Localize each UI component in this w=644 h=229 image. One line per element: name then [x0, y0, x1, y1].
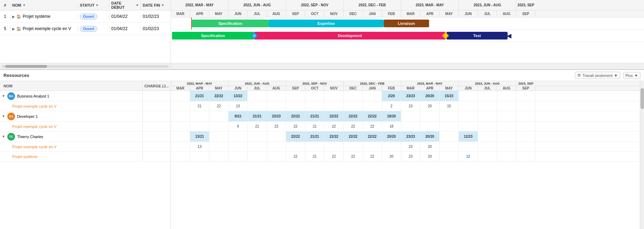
row1-statut: Ouvert	[78, 14, 110, 20]
bar-expertise-1[interactable]: Expertise	[269, 20, 384, 27]
month-dec22: DEC	[344, 10, 363, 17]
ba1-jun22: 13/22	[229, 91, 248, 101]
scrollbar-thumb[interactable]	[5, 65, 47, 68]
res-nom-header: NOM	[0, 81, 143, 91]
d1-jul22: 21/21	[248, 111, 267, 121]
ba1s-jun22: 13	[229, 101, 248, 111]
dev1-expand[interactable]: ▼	[2, 114, 5, 118]
vertical-scrollbar-thumb[interactable]	[641, 88, 644, 109]
plus-btn[interactable]: Plus ▼	[623, 72, 641, 79]
ba1s-dec22	[344, 101, 363, 111]
tc-mar23: 23/23	[401, 131, 420, 142]
d1-apr23	[420, 111, 440, 121]
project-row-1: 1 ▶ 🏠 Projet système Ouvert 01/04/22 01/…	[0, 10, 171, 23]
rmonth-mar22: MAR	[171, 86, 190, 91]
d1s-feb23: 18	[382, 122, 401, 131]
ba1-nov22	[324, 91, 344, 101]
d1s-jan23: 22	[363, 122, 382, 131]
res-dev1-data-row: 9/22 21/21 23/23 22/22 21/21 22/22 22/22…	[171, 111, 640, 122]
tcs1-may23	[440, 142, 459, 151]
horizontal-scrollbar[interactable]	[0, 63, 171, 69]
row2-nom[interactable]: ▶ 🏠 Projet exemple cycle en V	[10, 26, 78, 31]
tcs2-oct22: 21	[305, 152, 324, 161]
ba1-jul22	[248, 91, 267, 101]
col-num-header: #	[0, 3, 10, 7]
tcs2-jul23	[478, 152, 497, 161]
row2-expand-icon[interactable]: ▶	[12, 27, 15, 31]
nom-filter-icon[interactable]: ▼	[23, 3, 26, 7]
tc-jul22	[248, 131, 267, 142]
d1s-aug23	[497, 122, 516, 131]
res-thierry-name-cell: ▼ TC Thierry Charles	[0, 131, 143, 142]
d1-jun22: 9/22	[229, 111, 248, 121]
ba1s-may22: 22	[209, 101, 229, 111]
d1-feb23: 18/20	[382, 111, 401, 121]
month-jun22: JUN	[229, 10, 248, 17]
ba1s-apr23: 20	[420, 101, 440, 111]
scrollbar-track[interactable]	[2, 65, 169, 68]
bar-test-2[interactable]: Test	[447, 32, 508, 40]
resources-title: Ressources	[3, 73, 29, 78]
tc-aug23	[497, 131, 516, 142]
tcs2-jun23: 12	[459, 152, 478, 161]
month-jun23: JUN	[459, 10, 478, 17]
thierry-avatar: TC	[7, 133, 15, 141]
d1s-apr22	[190, 122, 209, 131]
bar-specification-2[interactable]: Specification	[172, 32, 254, 40]
month-oct22: OCT	[305, 10, 324, 17]
date-fin-filter-icon[interactable]: ▼	[161, 3, 164, 7]
ba1-sep22	[286, 91, 305, 101]
tc-sep22: 22/22	[286, 131, 305, 142]
row2-date-debut: 01/04/22	[110, 26, 141, 31]
ba1-expand[interactable]: ▼	[2, 94, 5, 98]
row2-date-fin: 01/02/23	[141, 26, 171, 31]
tc-sep23	[516, 131, 536, 142]
month-mar23: MAR	[401, 10, 420, 17]
rmonth-jun23: JUN	[459, 86, 478, 91]
month-aug22: AUG	[267, 10, 286, 17]
month-apr23: APR	[420, 10, 440, 17]
travail-seulement-btn[interactable]: ⚙ Travail seulement ▼	[575, 72, 620, 79]
res-charge-header: CHARGE (J...	[143, 84, 171, 88]
rmonth-apr22: APR	[190, 86, 209, 91]
rmonth-sep23: SEP	[516, 86, 536, 91]
tc-apr23: 20/20	[420, 131, 440, 142]
d1s-aug22: 23	[267, 122, 286, 131]
month-sep22: SEP	[286, 10, 305, 17]
col-nom-header: NOM ▼	[10, 3, 78, 7]
tc-mar22	[171, 131, 190, 142]
row1-date-fin: 01/02/23	[141, 14, 171, 19]
month-aug23: AUG	[497, 10, 516, 17]
ba1s-nov22	[324, 101, 344, 111]
ba1s-feb23: 2	[382, 101, 401, 111]
d1s-mar23	[401, 122, 420, 131]
statut-filter-icon[interactable]: ▼	[96, 3, 99, 7]
date-debut-filter-icon[interactable]: ▼	[136, 3, 139, 7]
ba1-jun23	[459, 91, 478, 101]
col-date-fin-header: DATE FIN ▼	[141, 3, 171, 7]
row1-nom[interactable]: ▶ 🏠 Projet système	[10, 14, 78, 19]
thierry-expand[interactable]: ▼	[2, 135, 5, 138]
ba1-feb23: 2/20	[382, 91, 401, 101]
vertical-scrollbar[interactable]	[640, 81, 644, 229]
tc-apr22: 13/21	[190, 131, 209, 142]
bar-specification-1[interactable]: Specification	[192, 20, 269, 27]
res-thierry-sub2-data-row: 22 21 22 22 22 20 23 20 12	[171, 152, 640, 162]
gantt-left-empty	[0, 35, 171, 63]
tc-jan23: 22/22	[363, 131, 382, 142]
tcs2-mar23: 23	[401, 152, 420, 161]
d1s-nov22: 22	[324, 122, 344, 131]
tcs1-sep22	[286, 142, 305, 151]
ba1s-sep23	[516, 101, 536, 111]
resource-ba1-sub: Projet exemple cycle en V	[0, 101, 171, 111]
ba1-avatar: BA	[7, 92, 15, 100]
period-2022-jun-aug: 2022, JUN - AUG	[229, 0, 286, 10]
bar-livraison-1[interactable]: Livraison	[384, 20, 429, 27]
ba1-sep23	[516, 91, 536, 101]
rmonth-sep22: SEP	[286, 86, 305, 91]
ba1-oct22	[305, 91, 324, 101]
timeline-scrollbar[interactable]	[171, 63, 644, 69]
bar-development-2[interactable]: Development	[254, 32, 446, 40]
tcs1-mar22	[171, 142, 190, 151]
row1-expand-icon[interactable]: ▶	[12, 15, 15, 19]
